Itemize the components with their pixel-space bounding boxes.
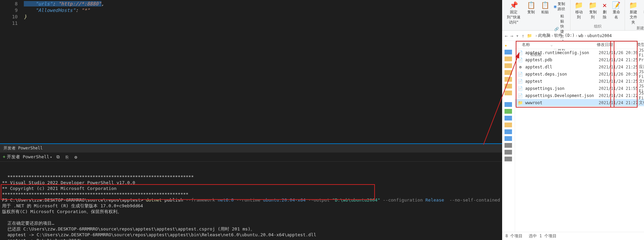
nav-back-icon[interactable]: ← (505, 33, 508, 38)
file-row[interactable]: 📄appsettings.Development.json2021/11/24 … (515, 92, 644, 99)
nav-history-icon[interactable]: ▾ (516, 33, 519, 38)
sidebar-item[interactable] (505, 116, 512, 121)
new-group-label: 新建 (637, 26, 644, 31)
organize-group-label: 组织 (594, 24, 601, 29)
col-type[interactable]: 类型 (637, 42, 644, 48)
rename-button[interactable]: 📝重命名 (610, 1, 623, 20)
file-explorer: 📌固定到"快速访问" 📋复制 📋粘贴 ▦复制路径 🔗粘贴快捷方式 ✂剪切 剪贴板… (502, 0, 644, 240)
file-row[interactable]: ⚙apptest.dll2021/11/24 21:25应用程序 (515, 63, 644, 70)
sidebar-item[interactable] (505, 143, 512, 148)
sidebar-item[interactable] (505, 77, 512, 82)
sidebar-item[interactable] (505, 123, 512, 127)
copy-icon[interactable]: ⎘ (64, 154, 70, 160)
sidebar-item[interactable] (505, 129, 512, 134)
column-headers[interactable]: 名称⌄ 修改日期 类型 (515, 41, 644, 49)
copy-path-button[interactable]: ▦复制路径 (553, 1, 568, 12)
powershell-title: 开发者 PowerShell (0, 143, 502, 153)
delete-button[interactable]: ✕删除 (600, 1, 609, 20)
col-name[interactable]: 名称⌄ (515, 42, 597, 48)
file-row[interactable]: 📄apptest.runtimeconfig.json2021/11/26 20… (515, 49, 644, 56)
col-date[interactable]: 修改日期 (597, 42, 637, 48)
file-list[interactable]: 名称⌄ 修改日期 类型 📄apptest.runtimeconfig.json2… (515, 41, 644, 232)
sidebar-item[interactable] (505, 157, 512, 161)
easy-button[interactable]: 📁轻松 (641, 1, 644, 15)
file-row[interactable]: 📁wwwroot2021/11/24 21:27文件夹 (515, 99, 644, 106)
sidebar-item[interactable] (505, 63, 512, 68)
sidebar-item[interactable] (505, 70, 512, 75)
item-count: 8 个项目 (506, 233, 523, 239)
quick-access-icon[interactable]: ★ (505, 43, 512, 48)
explorer-sidebar: ★ (502, 41, 515, 232)
sidebar-item[interactable] (505, 84, 512, 89)
address-bar[interactable]: ← → ▾ ↑ 📁 ›此电脑 ›软件 (D:) ›wb ›ubuntu2004 (502, 31, 644, 41)
powershell-toolbar: +开发者 PowerShell▾ ⧉ ⎘ ⚙ (0, 153, 502, 162)
sidebar-item[interactable] (505, 50, 512, 54)
file-rows: 📄apptest.runtimeconfig.json2021/11/26 20… (515, 49, 644, 106)
copy-button[interactable]: 📋复制 (525, 1, 538, 15)
sidebar-item[interactable] (505, 150, 512, 155)
terminal[interactable]: ****************************************… (0, 162, 502, 240)
breadcrumb[interactable]: ›此电脑 ›软件 (D:) ›wb ›ubuntu2004 (535, 33, 644, 38)
settings-icon[interactable]: ⚙ (73, 154, 79, 160)
paste-button[interactable]: 📋粘贴 (539, 1, 551, 15)
pin-button[interactable]: 📌固定到"快速访问" (504, 1, 524, 26)
copyto-button[interactable]: 📁复制到 (587, 1, 599, 20)
split-terminal-icon[interactable]: ⧉ (55, 154, 61, 160)
new-folder-button[interactable]: 📁新建文件夹 (627, 1, 640, 26)
sidebar-item[interactable] (505, 91, 512, 95)
code-editor[interactable]: 891011 "urls": "http://*:8880", "Allowed… (0, 0, 502, 143)
add-terminal-button[interactable]: +开发者 PowerShell▾ (3, 154, 52, 160)
selection-count: 选中 1 个项目 (529, 233, 557, 239)
file-row[interactable]: 📄apptest2021/11/24 21:25文件 (515, 78, 644, 85)
sidebar-item[interactable] (505, 109, 512, 114)
this-pc-icon[interactable] (505, 102, 512, 107)
file-row[interactable]: 📄apptest.deps.json2021/11/26 20:39JSON F… (515, 70, 644, 78)
status-bar: 8 个项目 选中 1 个项目 (502, 232, 644, 240)
file-row[interactable]: 📄apptest.pdb2021/11/24 21:25Program (515, 56, 644, 63)
nav-up-icon[interactable]: ↑ (522, 33, 524, 38)
folder-icon: 📁 (527, 33, 532, 38)
code-area[interactable]: "urls": "http://*:8880", "AllowedHosts":… (24, 1, 502, 143)
line-gutter: 891011 (0, 1, 24, 143)
sidebar-item[interactable] (505, 57, 512, 61)
moveto-button[interactable]: 📁移动到 (573, 1, 585, 20)
nav-forward-icon[interactable]: → (510, 33, 513, 38)
ribbon: 📌固定到"快速访问" 📋复制 📋粘贴 ▦复制路径 🔗粘贴快捷方式 ✂剪切 剪贴板… (502, 0, 644, 31)
sidebar-item[interactable] (505, 136, 512, 141)
file-row[interactable]: 📄appsettings.json2021/11/24 21:55JSON Fi… (515, 85, 644, 92)
